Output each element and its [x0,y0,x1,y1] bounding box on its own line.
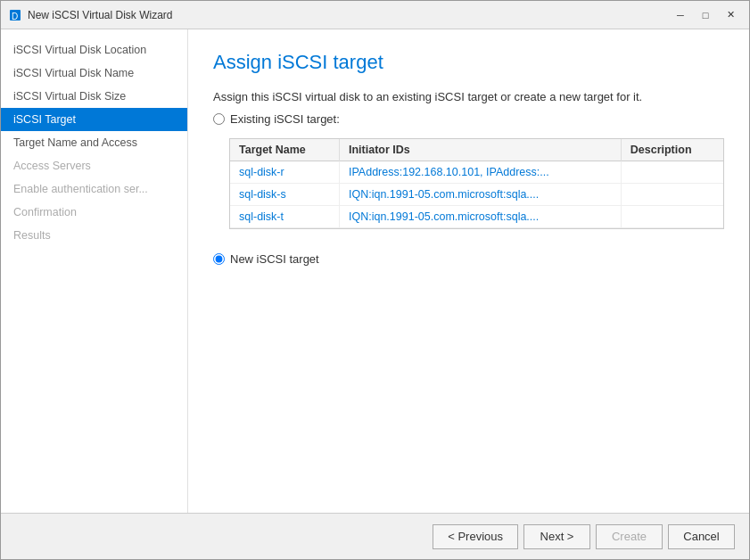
cell-initiator-ids: IPAddress:192.168.10.101, IPAddress:... [339,161,621,184]
close-button[interactable]: ✕ [719,6,742,24]
existing-target-radio[interactable] [213,113,225,125]
existing-target-label: Existing iSCSI target: [230,112,340,126]
existing-targets-table-container[interactable]: Target Name Initiator IDs Description sq… [229,138,724,229]
window-controls: ─ □ ✕ [669,6,742,24]
new-target-radio[interactable] [213,253,225,265]
col-target-name: Target Name [230,139,339,161]
sidebar-item-2[interactable]: iSCSI Virtual Disk Size [1,85,187,108]
col-initiator-ids: Initiator IDs [339,139,621,161]
table-row[interactable]: sql-disk-tIQN:iqn.1991-05.com.microsoft:… [230,206,723,228]
cancel-button[interactable]: Cancel [668,524,735,549]
existing-targets-table: Target Name Initiator IDs Description sq… [230,139,723,228]
sidebar-item-3[interactable]: iSCSI Target [1,108,187,131]
table-row[interactable]: sql-disk-sIQN:iqn.1991-05.com.microsoft:… [230,184,723,206]
cell-initiator-ids: IQN:iqn.1991-05.com.microsoft:sqla.... [339,184,621,206]
create-button[interactable]: Create [596,524,663,549]
maximize-button[interactable]: □ [694,6,717,24]
svg-text:D: D [12,12,18,21]
page-description: Assign this iSCSI virtual disk to an exi… [213,90,724,103]
cell-initiator-ids: IQN:iqn.1991-05.com.microsoft:sqla.... [339,206,621,228]
cell-description [621,206,723,228]
sidebar-item-0[interactable]: iSCSI Virtual Disk Location [1,38,187,62]
new-target-option[interactable]: New iSCSI target [213,252,724,266]
sidebar-item-7: Confirmation [1,201,187,224]
cell-target-name: sql-disk-r [230,161,339,184]
titlebar: D New iSCSI Virtual Disk Wizard ─ □ ✕ [1,1,749,29]
minimize-button[interactable]: ─ [669,6,692,24]
cell-description [621,161,723,184]
cell-description [621,184,723,206]
page-title: Assign iSCSI target [213,51,724,74]
table-header-row: Target Name Initiator IDs Description [230,139,723,161]
previous-button[interactable]: < Previous [433,524,518,549]
wizard-content: iSCSI Virtual Disk LocationiSCSI Virtual… [1,29,749,513]
sidebar-item-5: Access Servers [1,154,187,177]
table-row[interactable]: sql-disk-rIPAddress:192.168.10.101, IPAd… [230,161,723,184]
wizard-window: D New iSCSI Virtual Disk Wizard ─ □ ✕ iS… [0,0,750,560]
sidebar-item-1[interactable]: iSCSI Virtual Disk Name [1,62,187,85]
cell-target-name: sql-disk-s [230,184,339,206]
col-description: Description [621,139,723,161]
next-button[interactable]: Next > [523,524,590,549]
window-title: New iSCSI Virtual Disk Wizard [28,9,663,21]
main-panel: Assign iSCSI target Assign this iSCSI vi… [188,29,749,513]
table-body: sql-disk-rIPAddress:192.168.10.101, IPAd… [230,161,723,228]
existing-target-option[interactable]: Existing iSCSI target: [213,112,724,126]
sidebar-item-8: Results [1,224,187,247]
wizard-footer: < Previous Next > Create Cancel [1,513,749,559]
new-target-label: New iSCSI target [230,252,319,266]
target-options: Existing iSCSI target: Target Name Initi… [213,112,724,266]
sidebar: iSCSI Virtual Disk LocationiSCSI Virtual… [1,29,188,513]
cell-target-name: sql-disk-t [230,206,339,228]
app-icon: D [8,8,22,22]
sidebar-item-4[interactable]: Target Name and Access [1,131,187,154]
sidebar-item-6: Enable authentication ser... [1,177,187,201]
